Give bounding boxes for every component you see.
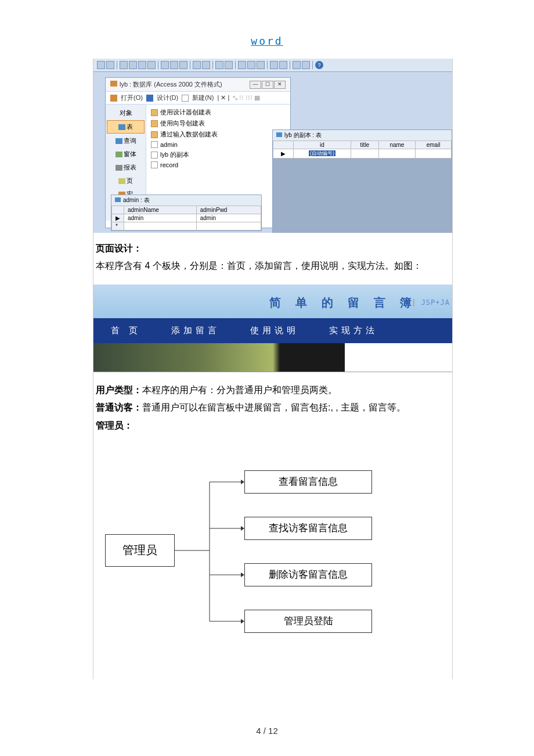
sidebar-item-pages[interactable]: 页 [107, 175, 145, 187]
db-window-title: lyb : 数据库 (Access 2000 文件格式) [120, 81, 222, 88]
nav-impl[interactable]: 实现方法 [314, 318, 393, 343]
list-item[interactable]: 通过输入数据创建表 [149, 129, 288, 140]
web-banner-screenshot: 简 单 的 留 言 簿 | JSP+JA 首 页 添加留言 使用说明 实现方法 [93, 285, 452, 372]
sidebar-heading: 对象 [107, 107, 145, 119]
content-area: ? lyb : 数据库 (Access 2000 文件格式) —☐✕ 打开(O)… [93, 59, 453, 679]
flowchart-node: 管理员登陆 [244, 610, 372, 633]
flowchart-root: 管理员 [105, 534, 175, 567]
flowchart-node: 查看留言信息 [244, 470, 372, 494]
list-item[interactable]: admin [149, 140, 288, 149]
page-number: 4 / 12 [256, 726, 278, 736]
page-footer: 4 / 12 [0, 679, 534, 756]
body-text: 页面设计： 本程序含有 4 个板块，分别是：首页，添加留言，使用说明，实现方法。… [93, 233, 452, 282]
open-button[interactable]: 打开(O) [121, 93, 143, 102]
banner-subtitle: | JSP+JA [412, 298, 450, 307]
list-item[interactable]: record [149, 160, 288, 170]
design-button[interactable]: 设计(D) [157, 93, 178, 102]
page-header: word [0, 0, 534, 53]
list-item[interactable]: 使用设计器创建表 [149, 107, 288, 118]
sidebar-item-tables[interactable]: 表 [107, 120, 145, 134]
sidebar-item-reports[interactable]: 报表 [107, 161, 145, 174]
nav-add[interactable]: 添加留言 [156, 318, 235, 343]
banner-nav: 首 页 添加留言 使用说明 实现方法 [93, 318, 452, 343]
flowchart-node: 查找访客留言信息 [244, 517, 372, 540]
flowchart-node: 删除访客留言信息 [244, 563, 372, 586]
flowchart: 管理员 查看留言信息 查找访客留言信息 删除访客留言信息 管理员登陆 [93, 453, 452, 656]
sidebar-item-forms[interactable]: 窗体 [107, 148, 145, 160]
access-toolbar: ? [93, 59, 452, 72]
help-icon: ? [315, 61, 323, 69]
body-text-2: 用户类型：本程序的用户有：分为普通用户和管理员两类。 普通访客：普通用户可以在留… [93, 375, 452, 441]
section-heading: 用户类型： [96, 385, 142, 395]
sidebar-item-queries[interactable]: 查询 [107, 135, 145, 147]
nav-help[interactable]: 使用说明 [235, 318, 314, 343]
window-controls[interactable]: —☐✕ [249, 80, 286, 89]
new-button[interactable]: 新建(N) [192, 93, 214, 102]
paragraph: 本程序含有 4 个板块，分别是：首页，添加留言，使用说明，实现方法。如图： [96, 257, 450, 275]
nav-home[interactable]: 首 页 [96, 318, 156, 343]
access-screenshot: ? lyb : 数据库 (Access 2000 文件格式) —☐✕ 打开(O)… [93, 59, 452, 233]
list-item[interactable]: lyb 的副本 [149, 149, 288, 160]
banner-title: 简 单 的 留 言 簿 [269, 295, 417, 311]
admin-table-window: admin : 表 adminNameadminPwd ▶adminadmin … [111, 195, 262, 231]
section-heading: 管理员： [96, 420, 133, 430]
section-heading: 普通访客： [96, 402, 142, 412]
section-heading: 页面设计： [96, 243, 142, 253]
copy-table-window: lyb 的副本 : 表 idtitlenameemail ▶(自动编号) [272, 129, 452, 233]
list-item[interactable]: 使用向导创建表 [149, 118, 288, 129]
header-link[interactable]: word [251, 35, 283, 47]
banner-image [93, 343, 452, 372]
